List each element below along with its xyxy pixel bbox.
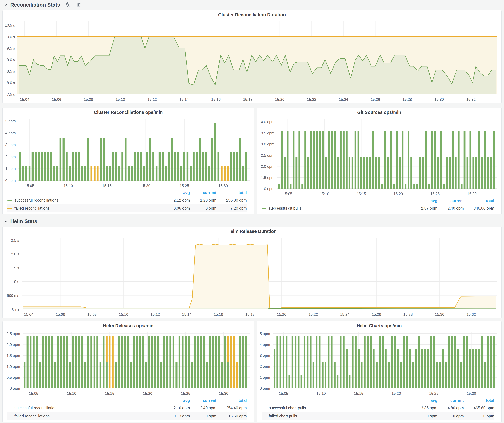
legend-header-avg[interactable]: avg — [163, 398, 190, 403]
legend-header-current[interactable]: current — [437, 199, 464, 203]
series-color-swatch — [7, 416, 12, 417]
svg-text:1 opm: 1 opm — [260, 375, 270, 380]
svg-text:15:10: 15:10 — [64, 184, 73, 188]
svg-text:3.0 opm: 3.0 opm — [261, 142, 275, 146]
legend-total-value: 0 opm — [464, 414, 494, 418]
svg-text:15:30: 15:30 — [219, 391, 228, 396]
panel-title[interactable]: Cluster Reconciliations ops/min — [3, 108, 254, 116]
svg-text:15:20: 15:20 — [143, 391, 152, 396]
legend-current-value: 0 opm — [437, 414, 464, 418]
svg-text:15:32: 15:32 — [466, 97, 476, 101]
svg-text:1.0 s: 1.0 s — [11, 280, 19, 284]
svg-text:15:05: 15:05 — [25, 184, 34, 188]
svg-text:4 opm: 4 opm — [260, 342, 270, 347]
svg-text:2.5 s: 2.5 s — [11, 238, 19, 242]
legend-header-current[interactable]: current — [190, 398, 216, 403]
legend-avg-value: 2.87 opm — [411, 206, 437, 211]
svg-text:10.5 s: 10.5 s — [5, 23, 15, 27]
legend-current-value: 1.20 opm — [190, 198, 216, 202]
panel-title[interactable]: Cluster Reconciliation Duration — [3, 11, 501, 18]
legend-series-toggle[interactable]: failed reconciliations — [7, 414, 163, 418]
svg-text:15:15: 15:15 — [102, 184, 112, 188]
legend-header-total[interactable]: total — [464, 199, 494, 203]
panel-helm-releases-opm: Helm Releases ops/min 15:0515:1015:1515:… — [2, 321, 254, 422]
svg-text:15:05: 15:05 — [29, 391, 38, 396]
git-sources-chart[interactable]: 15:0515:1015:1515:2015:2515:301.0 opm1.5… — [257, 116, 501, 197]
series-color-swatch — [262, 416, 266, 417]
legend: avg current total successful reconciliat… — [3, 397, 254, 422]
panel-cluster-reconciliations-opm: Cluster Reconciliations ops/min 15:0515:… — [2, 108, 254, 214]
svg-text:0 ns: 0 ns — [12, 307, 19, 311]
section-helm-stats[interactable]: Helm Stats — [3, 217, 37, 226]
panel-helm-charts-opm: Helm Charts ops/min 15:0515:1015:1515:20… — [257, 321, 502, 422]
svg-text:1.0 opm: 1.0 opm — [6, 364, 20, 369]
helm-charts-chart[interactable]: 15:0515:1015:1515:2015:2515:300 opm1 opm… — [257, 329, 501, 397]
legend-row-successful-chart-pulls: successful chart pulls 3.85 opm 4.80 opm… — [262, 404, 494, 412]
svg-text:15:25: 15:25 — [180, 184, 189, 188]
legend-series-label: failed chart pulls — [269, 414, 297, 418]
legend-row-failed-reconciliations: failed reconciliations 0.13 opm 0 opm 15… — [7, 412, 247, 420]
svg-text:15:30: 15:30 — [218, 184, 228, 188]
cluster-reconciliations-chart[interactable]: 15:0515:1015:1515:2015:2515:300 opm1 opm… — [3, 116, 254, 189]
svg-text:9.0 s: 9.0 s — [7, 58, 15, 62]
legend-header-current[interactable]: current — [437, 398, 464, 403]
legend-header-total[interactable]: total — [216, 190, 247, 195]
section-reconciliation-stats[interactable]: Reconciliation Stats — [3, 0, 83, 10]
panel-title[interactable]: Git Sources ops/min — [257, 108, 501, 116]
helm-releases-chart[interactable]: 15:0515:1015:1515:2015:2515:300 opm0.5 o… — [3, 329, 254, 397]
series-color-swatch — [7, 208, 12, 209]
svg-text:15:22: 15:22 — [309, 312, 318, 317]
svg-text:500 ms: 500 ms — [7, 294, 19, 298]
legend-total-value: 346.80 opm — [464, 206, 494, 211]
legend-series-toggle[interactable]: failed reconciliations — [7, 206, 163, 211]
legend-series-toggle[interactable]: failed chart pulls — [262, 414, 411, 418]
legend-header-total[interactable]: total — [464, 398, 494, 403]
svg-text:15:30: 15:30 — [434, 97, 444, 101]
legend-header: avg current total — [262, 397, 494, 404]
section-delete-button[interactable] — [75, 1, 83, 8]
legend-header-current[interactable]: current — [190, 190, 216, 195]
svg-text:15:28: 15:28 — [402, 97, 412, 101]
svg-text:1.5 s: 1.5 s — [11, 266, 19, 270]
svg-text:15:04: 15:04 — [24, 312, 34, 317]
legend-series-label: successful reconciliations — [14, 406, 59, 410]
svg-text:15:28: 15:28 — [403, 312, 413, 317]
svg-text:15:25: 15:25 — [181, 391, 190, 396]
helm-release-duration-chart[interactable]: 15:0415:0615:0815:1015:1215:1415:1615:18… — [3, 235, 501, 318]
legend-total-value: 15.60 opm — [216, 414, 247, 418]
legend-series-label: successful git pulls — [269, 206, 301, 211]
svg-text:15:24: 15:24 — [340, 312, 349, 317]
legend-row-successful-reconciliations: successful reconciliations 2.10 opm 2.40… — [7, 404, 247, 412]
legend-header-avg[interactable]: avg — [411, 199, 437, 203]
legend-series-label: failed reconciliations — [14, 414, 49, 418]
svg-text:15:18: 15:18 — [245, 312, 255, 317]
legend-header-avg[interactable]: avg — [163, 190, 190, 195]
legend-total-value: 7.20 opm — [216, 206, 247, 211]
section-settings-button[interactable] — [64, 1, 71, 8]
svg-text:15:20: 15:20 — [141, 184, 150, 188]
svg-text:3.5 opm: 3.5 opm — [261, 131, 275, 135]
legend-series-toggle[interactable]: successful reconciliations — [7, 406, 163, 410]
svg-text:15:16: 15:16 — [211, 97, 221, 101]
legend-header: avg current total — [262, 197, 494, 204]
legend-series-toggle[interactable]: successful git pulls — [262, 206, 411, 211]
legend-row-failed-reconciliations: failed reconciliations 0.06 opm 0 opm 7.… — [7, 204, 247, 212]
gear-icon — [65, 2, 71, 8]
cluster-reconciliation-duration-chart[interactable]: 15:0415:0615:0815:1015:1215:1415:1615:18… — [3, 18, 501, 103]
svg-text:15:22: 15:22 — [307, 97, 316, 101]
panel-title[interactable]: Helm Releases ops/min — [3, 321, 254, 329]
section-title: Reconciliation Stats — [10, 2, 60, 8]
panel-title[interactable]: Helm Release Duration — [3, 227, 501, 235]
legend-header-avg[interactable]: avg — [411, 398, 437, 403]
legend-series-toggle[interactable]: successful reconciliations — [7, 198, 163, 202]
svg-text:2.5 opm: 2.5 opm — [6, 332, 20, 336]
svg-text:1.5 opm: 1.5 opm — [261, 176, 275, 180]
panel-title[interactable]: Helm Charts ops/min — [257, 321, 501, 329]
svg-text:5 opm: 5 opm — [260, 332, 270, 336]
series-color-swatch — [262, 408, 266, 408]
svg-text:0 opm: 0 opm — [10, 386, 20, 390]
svg-text:2.0 opm: 2.0 opm — [261, 164, 275, 169]
legend-current-value: 2.40 opm — [437, 206, 464, 211]
legend-series-toggle[interactable]: successful chart pulls — [262, 406, 411, 410]
legend-header-total[interactable]: total — [216, 398, 247, 403]
